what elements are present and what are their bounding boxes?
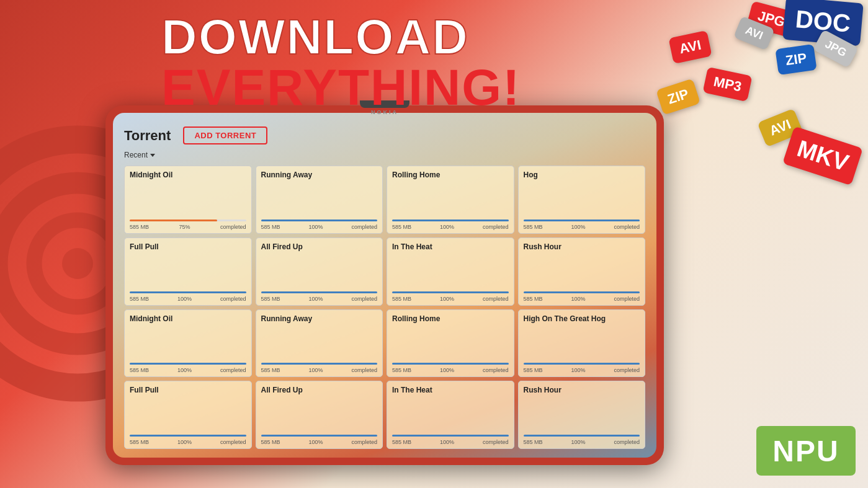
- heading-everything: EVERYTHING!: [161, 62, 521, 113]
- file-tag-avi1: AVI: [668, 30, 712, 64]
- card-status: completed: [220, 296, 246, 302]
- torrent-card[interactable]: Rolling Home 585 MB 100% completed: [387, 166, 514, 234]
- card-size: 585 MB: [130, 439, 149, 445]
- card-title: Rush Hour: [524, 386, 640, 394]
- progress-bar-fill: [524, 435, 640, 437]
- torrent-card[interactable]: Running Away 585 MB 100% completed: [256, 309, 383, 378]
- torrent-card[interactable]: Rush Hour 585 MB 100% completed: [518, 381, 646, 449]
- npu-text: NPU: [772, 434, 839, 468]
- torrent-card[interactable]: Midnight Oil 585 MB 100% completed: [124, 309, 252, 378]
- card-size: 585 MB: [392, 296, 411, 302]
- progress-bar-bg: [130, 291, 246, 293]
- card-size: 585 MB: [524, 367, 543, 373]
- card-status: completed: [483, 439, 509, 445]
- card-progress: 100%: [177, 296, 192, 302]
- card-size: 585 MB: [261, 224, 280, 230]
- card-title: Full Pull: [130, 386, 246, 394]
- tablet-screen: Torrent ADD TORRENT Recent Midnight Oil …: [113, 113, 656, 458]
- torrent-card[interactable]: Full Pull 585 MB 100% completed: [124, 381, 252, 449]
- torrent-card[interactable]: High On The Great Hog 585 MB 100% comple…: [518, 309, 646, 378]
- progress-bar-bg: [130, 220, 246, 221]
- progress-bar-bg: [392, 363, 509, 365]
- progress-bar-fill: [130, 363, 246, 365]
- progress-bar-bg: [261, 363, 378, 365]
- progress-bar-fill: [261, 435, 378, 437]
- card-meta: 585 MB 100% completed: [392, 224, 509, 230]
- torrent-card[interactable]: Rolling Home 585 MB 100% completed: [387, 309, 514, 378]
- svg-point-3: [62, 248, 93, 279]
- card-size: 585 MB: [392, 224, 411, 230]
- torrent-card[interactable]: Full Pull 585 MB 100% completed: [124, 237, 252, 306]
- add-torrent-button[interactable]: ADD TORRENT: [183, 126, 267, 144]
- torrent-card[interactable]: In The Heat 585 MB 100% completed: [387, 237, 514, 306]
- card-progress: 100%: [571, 224, 585, 230]
- card-title: Midnight Oil: [130, 171, 246, 179]
- progress-bar-bg: [261, 435, 378, 437]
- card-size: 585 MB: [392, 367, 411, 373]
- card-meta: 585 MB 100% completed: [524, 439, 640, 445]
- card-meta: 585 MB 100% completed: [261, 367, 378, 373]
- progress-bar-bg: [392, 220, 509, 221]
- card-progress: 100%: [440, 439, 454, 445]
- card-title: All Fired Up: [261, 242, 378, 251]
- card-status: completed: [483, 224, 509, 230]
- card-size: 585 MB: [392, 439, 411, 445]
- card-progress: 100%: [308, 439, 323, 445]
- card-title: Running Away: [261, 171, 378, 179]
- torrent-card[interactable]: All Fired Up 585 MB 100% completed: [256, 237, 383, 306]
- card-status: completed: [220, 439, 246, 445]
- card-progress: 100%: [308, 224, 323, 230]
- card-size: 585 MB: [261, 439, 280, 445]
- progress-bar-bg: [130, 363, 246, 365]
- file-tag-zip2: ZIP: [775, 44, 817, 75]
- card-size: 585 MB: [524, 439, 543, 445]
- npu-badge: NPU: [756, 426, 856, 476]
- card-progress: 100%: [308, 367, 323, 373]
- card-meta: 585 MB 75% completed: [130, 224, 246, 230]
- card-title: Rolling Home: [392, 171, 509, 179]
- card-meta: 585 MB 100% completed: [524, 224, 640, 230]
- file-tag-zip1: ZIP: [656, 78, 700, 115]
- card-meta: 585 MB 100% completed: [392, 439, 509, 445]
- chevron-down-icon: [150, 154, 155, 157]
- torrent-card[interactable]: Rush Hour 585 MB 100% completed: [518, 237, 646, 306]
- card-progress: 100%: [308, 296, 323, 302]
- progress-bar-fill: [261, 291, 378, 293]
- progress-bar-fill: [524, 363, 640, 365]
- card-status: completed: [351, 439, 377, 445]
- card-title: In The Heat: [392, 386, 509, 394]
- progress-bar-bg: [524, 220, 640, 221]
- card-meta: 585 MB 100% completed: [392, 367, 509, 373]
- progress-bar-fill: [130, 291, 246, 293]
- card-progress: 100%: [440, 224, 454, 230]
- progress-bar-fill: [392, 220, 509, 221]
- card-status: completed: [483, 367, 509, 373]
- progress-bar-fill: [261, 220, 378, 221]
- card-size: 585 MB: [130, 296, 149, 302]
- card-progress: 100%: [571, 439, 585, 445]
- card-status: completed: [351, 367, 377, 373]
- torrent-card[interactable]: Midnight Oil 585 MB 75% completed: [124, 166, 252, 234]
- card-progress: 100%: [571, 367, 585, 373]
- card-size: 585 MB: [130, 224, 149, 230]
- progress-bar-fill: [392, 363, 509, 365]
- card-meta: 585 MB 100% completed: [130, 367, 246, 373]
- progress-bar-bg: [392, 435, 509, 437]
- tablet-outer: NOKIA Torrent ADD TORRENT Recent Midnigh…: [105, 105, 664, 465]
- card-status: completed: [483, 296, 509, 302]
- card-meta: 585 MB 100% completed: [392, 296, 509, 302]
- torrent-title: Torrent: [124, 128, 171, 144]
- torrent-card[interactable]: Running Away 585 MB 100% completed: [256, 166, 383, 234]
- heading-area: DOWNLOAD EVERYTHING!: [161, 12, 521, 113]
- progress-bar-fill: [524, 220, 640, 221]
- card-status: completed: [220, 367, 246, 373]
- torrent-card[interactable]: In The Heat 585 MB 100% completed: [387, 381, 514, 449]
- progress-bar-bg: [524, 363, 640, 365]
- card-status: completed: [220, 224, 246, 230]
- card-title: Rolling Home: [392, 314, 509, 323]
- card-title: Running Away: [261, 314, 378, 323]
- torrent-card[interactable]: All Fired Up 585 MB 100% completed: [256, 381, 383, 449]
- file-tag-mp3: MP3: [702, 67, 752, 102]
- tablet-content: Torrent ADD TORRENT Recent Midnight Oil …: [113, 113, 656, 458]
- file-tag-mkv: MKV: [782, 126, 863, 186]
